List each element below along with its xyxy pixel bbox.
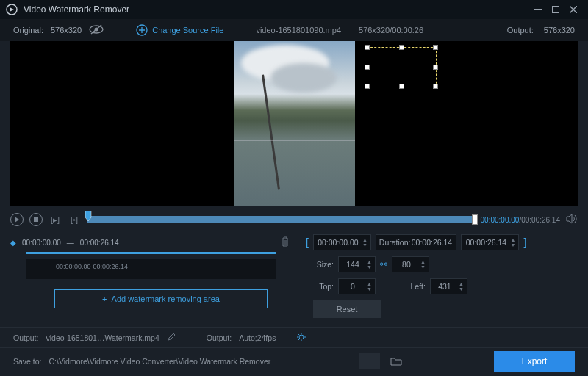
change-source-label: Change Source File [152, 26, 223, 35]
svg-rect-1 [534, 9, 542, 10]
play-button[interactable] [10, 213, 24, 226]
segment-range-label: 00:00:00.00-00:00:26.14 [56, 263, 128, 270]
end-marker-icon[interactable] [472, 214, 478, 225]
link-dimensions-button[interactable]: ⚯ [380, 259, 387, 270]
properties-panel: [ 00:00:00.00▲▼ Duration:00:00:26.14 00:… [306, 234, 578, 324]
size-label: Size: [306, 260, 334, 269]
output-label: Output: [507, 26, 534, 35]
source-filename: video-1651801090.mp4 [256, 26, 341, 35]
segment-start: 00:00:00.00 [22, 239, 61, 247]
range-start-field[interactable]: 00:00:00.00▲▼ [313, 234, 371, 250]
range-end-bracket-button[interactable]: ] [523, 236, 526, 248]
plus-icon: + [102, 294, 107, 303]
spin-up[interactable]: ▲ [420, 259, 426, 264]
video-canvas[interactable] [150, 41, 438, 206]
height-field[interactable]: 80▲▼ [392, 256, 429, 272]
app-logo-icon [6, 4, 18, 15]
playback-bar: [▸] [◦] 00:00:00.00/00:00:26.14 [0, 209, 588, 230]
close-button[interactable] [564, 1, 582, 18]
output-file-label: Output: [13, 333, 38, 342]
output-file-value: video-1651801…Watermark.mp4 [46, 333, 159, 342]
timeline-scrubber[interactable] [87, 216, 475, 223]
original-dimensions: 576x320 [51, 26, 82, 35]
spin-down[interactable]: ▼ [459, 286, 464, 292]
output-format-value: Auto;24fps [239, 333, 276, 342]
save-path: C:\Vidmore\Vidmore Video Converter\Video… [49, 357, 271, 366]
scrub-handle-icon[interactable] [85, 211, 90, 223]
range-end-field[interactable]: 00:00:26.14▲▼ [461, 234, 519, 250]
svg-point-8 [299, 335, 304, 339]
spin-up[interactable]: ▲ [367, 259, 372, 264]
top-label: Top: [306, 282, 334, 291]
output-settings-button[interactable] [296, 332, 306, 344]
segment-icon: ◆ [10, 239, 16, 247]
left-field[interactable]: 431▲▼ [430, 278, 467, 294]
titlebar: Video Watermark Remover [0, 0, 588, 19]
snapshot-button[interactable]: [◦] [68, 213, 81, 226]
spin-up[interactable]: ▲ [362, 237, 368, 242]
save-bar: Save to: C:\Vidmore\Vidmore Video Conver… [0, 347, 588, 374]
top-field[interactable]: 0▲▼ [338, 278, 376, 294]
maximize-button[interactable] [547, 1, 564, 18]
segment-track[interactable]: 00:00:00.00-00:00:26.14 [26, 258, 276, 279]
export-button[interactable]: Export [494, 351, 575, 372]
source-fileinfo: 576x320/00:00:26 [359, 26, 423, 35]
segment-progress [26, 252, 276, 254]
spin-up[interactable]: ▲ [459, 281, 464, 286]
saveto-label: Save to: [13, 357, 42, 366]
app-title: Video Watermark Remover [24, 4, 529, 15]
svg-rect-2 [553, 7, 559, 13]
svg-rect-7 [34, 217, 38, 222]
reset-button[interactable]: Reset [313, 300, 381, 318]
spin-up[interactable]: ▲ [510, 237, 515, 242]
lower-panels: ◆ 00:00:00.00 — 00:00:26.14 00:00:00.00-… [0, 230, 588, 324]
spin-up[interactable]: ▲ [367, 281, 372, 286]
delete-segment-button[interactable] [281, 236, 290, 249]
plus-circle-icon [136, 24, 148, 36]
segment-dash: — [67, 239, 74, 247]
spin-down[interactable]: ▼ [420, 264, 426, 270]
browse-path-button[interactable]: ⋯ [359, 353, 380, 369]
range-start-bracket-button[interactable]: [ [306, 236, 309, 248]
info-bar: Original: 576x320 Change Source File vid… [0, 19, 588, 41]
add-area-label: Add watermark removing area [112, 294, 220, 303]
minimize-button[interactable] [529, 1, 547, 18]
open-folder-button[interactable] [387, 353, 405, 369]
time-display: 00:00:00.00/00:00:26.14 [481, 216, 560, 224]
spin-down[interactable]: ▼ [510, 242, 515, 247]
preview-toggle-icon[interactable] [89, 24, 104, 36]
change-source-button[interactable]: Change Source File [136, 24, 223, 36]
edit-output-name-button[interactable] [167, 333, 176, 343]
output-format-label: Output: [207, 333, 232, 342]
volume-button[interactable] [566, 214, 578, 226]
output-bar: Output: video-1651801…Watermark.mp4 Outp… [0, 327, 588, 347]
segment-end: 00:00:26.14 [80, 239, 119, 247]
left-label: Left: [398, 282, 426, 291]
preview-area [10, 41, 578, 206]
watermark-selection-box[interactable] [367, 47, 437, 87]
add-watermark-area-button[interactable]: + Add watermark removing area [54, 289, 268, 308]
stop-button[interactable] [29, 213, 43, 226]
spin-down[interactable]: ▼ [362, 242, 368, 247]
width-field[interactable]: 144▲▼ [338, 256, 376, 272]
spin-down[interactable]: ▼ [367, 264, 372, 270]
spin-down[interactable]: ▼ [367, 286, 372, 292]
output-dimensions: 576x320 [544, 26, 575, 35]
original-label: Original: [13, 26, 43, 35]
step-forward-button[interactable]: [▸] [49, 213, 62, 226]
segments-panel: ◆ 00:00:00.00 — 00:00:26.14 00:00:00.00-… [10, 234, 290, 324]
range-duration-field[interactable]: Duration:00:00:26.14 [376, 234, 457, 250]
